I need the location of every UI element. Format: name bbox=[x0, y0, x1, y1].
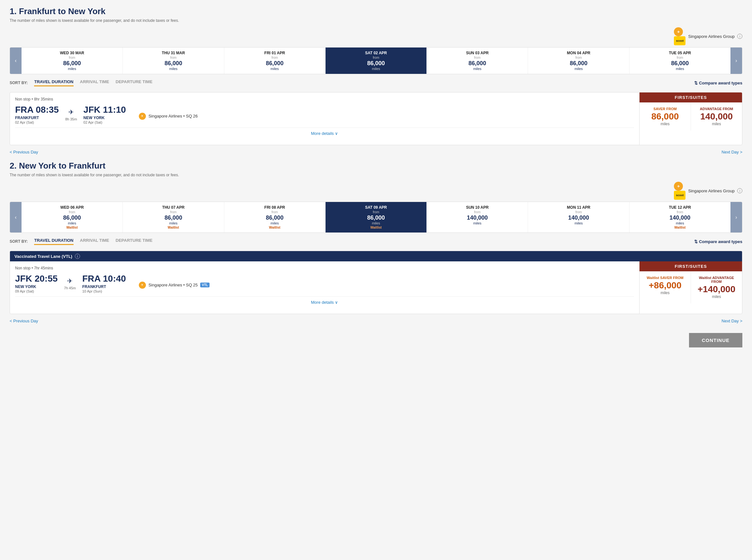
section1-dep-time: FRA 08:35 bbox=[15, 105, 59, 115]
s2-date-cell-5[interactable]: MON 11 APR from 140,000 miles bbox=[528, 202, 629, 233]
section2-saver-label: Waitlist SAVER FROM bbox=[643, 276, 688, 280]
sort-by-label: SORT BY: bbox=[9, 81, 27, 85]
section2-airline-info-icon[interactable]: i bbox=[737, 188, 743, 193]
section2-next-arrow[interactable]: › bbox=[731, 202, 742, 233]
date-cell-2[interactable]: FRI 01 APR from 86,000 miles bbox=[224, 47, 326, 74]
s2-date-cell-2[interactable]: FRI 08 APR from 86,000 miles Waitlist bbox=[224, 202, 326, 233]
section1-arr-time: JFK 11:10 bbox=[83, 105, 126, 115]
vtl-banner: Vaccinated Travel Lane (VTL) i bbox=[10, 251, 742, 261]
section2-date-carousel: ‹ WED 06 APR from 86,000 miles Waitlist … bbox=[9, 202, 743, 233]
sort-departure-time[interactable]: DEPARTURE TIME bbox=[116, 79, 153, 86]
date-cell-4[interactable]: SUN 03 APR from 86,000 miles bbox=[427, 47, 528, 74]
s2-date-cell-1[interactable]: THU 07 APR from 86,000 miles Waitlist bbox=[123, 202, 224, 233]
section1-flight-main: Non stop • 8hr 35mins FRA 08:35 FRANKFUR… bbox=[10, 93, 639, 145]
date-cell-5[interactable]: MON 04 APR from 86,000 miles bbox=[528, 47, 629, 74]
section1-arr-date: 02 Apr (Sat) bbox=[83, 120, 126, 124]
section2-title: 2. New York to Frankfurt bbox=[9, 161, 743, 171]
section1-dep-date: 02 Apr (Sat) bbox=[15, 120, 59, 124]
section2-sq-small-icon: ✈ bbox=[139, 282, 146, 289]
section2-sort-travel-duration[interactable]: TRAVEL DURATION bbox=[34, 238, 73, 245]
section2-airline-info: ✈ Singapore Airlines • SQ 25 VTL bbox=[139, 282, 210, 289]
section1-flight-card: Non stop • 8hr 35mins FRA 08:35 FRANKFUR… bbox=[9, 92, 743, 145]
airline-logos: ✈ scoot bbox=[674, 27, 686, 45]
section1-flight-times: FRA 08:35 FRANKFURT 02 Apr (Sat) ✈ 8h 35… bbox=[15, 105, 634, 124]
section1-adv-miles: 140,000 bbox=[694, 112, 739, 121]
section2-airline-group-name: Singapore Airlines Group bbox=[688, 188, 735, 193]
section2-flight-main: Non stop • 7hr 45mins JFK 20:55 NEW YORK… bbox=[10, 261, 639, 314]
section1-duration-block: ✈ 8h 35m bbox=[65, 108, 77, 121]
section1-duration-text: 8h 35m bbox=[65, 117, 77, 121]
section2-dep-time: JFK 20:55 bbox=[15, 274, 58, 284]
section1-saver-col[interactable]: SAVER FROM 86,000 miles bbox=[639, 102, 691, 131]
section1-subtitle: The number of miles shown is lowest avai… bbox=[9, 18, 743, 23]
section2-adv-label: Waitlist ADVANTAGE FROM bbox=[694, 276, 739, 283]
section2-arrival-block: FRA 10:40 FRANKFURT 10 Apr (Sun) bbox=[82, 274, 126, 293]
vtl-info-icon[interactable]: i bbox=[75, 254, 80, 259]
section2-dep-city: NEW YORK bbox=[15, 284, 58, 289]
section2-prev-day[interactable]: < Previous Day bbox=[9, 319, 38, 323]
section1-more-details[interactable]: More details ∨ bbox=[15, 127, 634, 140]
section2-arr-city: FRANKFURT bbox=[82, 284, 126, 289]
section2-compare-link[interactable]: ⇅ Compare award types bbox=[694, 239, 743, 244]
section1-adv-unit: miles bbox=[694, 122, 739, 126]
s2-date-cell-0[interactable]: WED 06 APR from 86,000 miles Waitlist bbox=[21, 202, 123, 233]
section2-next-day[interactable]: Next Day > bbox=[721, 319, 743, 323]
section2-prev-arrow[interactable]: ‹ bbox=[10, 202, 21, 233]
date-cell-0[interactable]: WED 30 MAR from 86,000 miles bbox=[21, 47, 123, 74]
section1-next-day[interactable]: Next Day > bbox=[721, 149, 743, 155]
s2-date-cell-4[interactable]: SUN 10 APR from 140,000 miles bbox=[427, 202, 528, 233]
section2-sort-arrival-time[interactable]: ARRIVAL TIME bbox=[80, 238, 109, 245]
section2-advantage-col[interactable]: Waitlist ADVANTAGE FROM +140,000 miles bbox=[691, 271, 742, 303]
section2-flight-card: Vaccinated Travel Lane (VTL) i Non stop … bbox=[9, 251, 743, 314]
section2-airline-logos: ✈ scoot bbox=[674, 182, 686, 200]
section1-next-arrow[interactable]: › bbox=[731, 47, 742, 74]
section2-duration-text: 7h 45m bbox=[64, 286, 76, 290]
section2-airline-text: Singapore Airlines • SQ 25 bbox=[149, 283, 198, 287]
section1-award-header: FIRST/SUITES bbox=[639, 93, 742, 102]
sort-travel-duration[interactable]: TRAVEL DURATION bbox=[34, 79, 73, 86]
section2-more-details[interactable]: More details ∨ bbox=[15, 296, 634, 309]
section2-adv-unit: miles bbox=[694, 295, 739, 299]
date-cell-1[interactable]: THU 31 MAR from 86,000 miles bbox=[123, 47, 224, 74]
s2-date-cell-3-active[interactable]: SAT 09 APR from 86,000 miles Waitlist bbox=[326, 202, 427, 233]
airline-info-icon[interactable]: i bbox=[737, 34, 743, 39]
section1-sort-bar: SORT BY: TRAVEL DURATION ARRIVAL TIME DE… bbox=[9, 79, 743, 88]
section1-award-cols: SAVER FROM 86,000 miles ADVANTAGE FROM 1… bbox=[639, 102, 742, 131]
section2-saver-unit: miles bbox=[643, 291, 688, 295]
section2-sq-logo-icon: ✈ bbox=[674, 182, 683, 191]
section1-adv-label: ADVANTAGE FROM bbox=[694, 107, 739, 111]
plane-icon: ✈ bbox=[65, 108, 77, 116]
section1-flight-meta: Non stop • 8hr 35mins bbox=[15, 97, 634, 101]
section1-dep-city: FRANKFURT bbox=[15, 116, 59, 120]
section2-award-header: FIRST/SUITES bbox=[639, 261, 742, 271]
sort-arrival-time[interactable]: ARRIVAL TIME bbox=[80, 79, 109, 86]
section1-prev-day[interactable]: < Previous Day bbox=[9, 149, 38, 155]
section2-dep-date: 09 Apr (Sat) bbox=[15, 289, 58, 293]
section2-award-cols: Waitlist SAVER FROM +86,000 miles Waitli… bbox=[639, 271, 742, 303]
s2-date-cell-6[interactable]: TUE 12 APR from 140,000 miles Waitlist bbox=[630, 202, 731, 233]
vtl-tag: VTL bbox=[200, 283, 210, 287]
section2-flight-meta: Non stop • 7hr 45mins bbox=[15, 266, 634, 271]
section2-saver-col[interactable]: Waitlist SAVER FROM +86,000 miles bbox=[639, 271, 691, 303]
continue-button[interactable]: CONTINUE bbox=[689, 333, 743, 347]
section2-plane-icon: ✈ bbox=[64, 277, 76, 285]
compare-icon: ⇅ bbox=[694, 81, 698, 85]
section2-compare-icon: ⇅ bbox=[694, 239, 698, 244]
section2-award-panel: FIRST/SUITES Waitlist SAVER FROM +86,000… bbox=[639, 261, 742, 314]
date-cell-3-active[interactable]: SAT 02 APR from 86,000 miles bbox=[326, 47, 427, 74]
section1-prev-arrow[interactable]: ‹ bbox=[10, 47, 21, 74]
section2-subtitle: The number of miles shown is lowest avai… bbox=[9, 173, 743, 177]
section2-saver-miles: +86,000 bbox=[643, 281, 688, 290]
section1-advantage-col[interactable]: ADVANTAGE FROM 140,000 miles bbox=[691, 102, 742, 131]
section2-sort-departure-time[interactable]: DEPARTURE TIME bbox=[116, 238, 153, 245]
section1-date-carousel: ‹ WED 30 MAR from 86,000 miles THU 31 MA… bbox=[9, 47, 743, 74]
section2-sort-bar: SORT BY: TRAVEL DURATION ARRIVAL TIME DE… bbox=[9, 238, 743, 246]
section1-title: 1. Frankfurt to New York bbox=[9, 6, 743, 16]
section1-airline-text: Singapore Airlines • SQ 26 bbox=[149, 114, 198, 119]
section2-flight-times: JFK 20:55 NEW YORK 09 Apr (Sat) ✈ 7h 45m… bbox=[15, 274, 634, 293]
section1-arr-city: NEW YORK bbox=[83, 116, 126, 120]
section1-award-panel: FIRST/SUITES SAVER FROM 86,000 miles ADV… bbox=[639, 93, 742, 145]
date-cell-6[interactable]: TUE 05 APR from 86,000 miles bbox=[630, 47, 731, 74]
section1-compare-link[interactable]: ⇅ Compare award types bbox=[694, 81, 743, 85]
section2-nav-row: < Previous Day Next Day > bbox=[9, 319, 743, 323]
